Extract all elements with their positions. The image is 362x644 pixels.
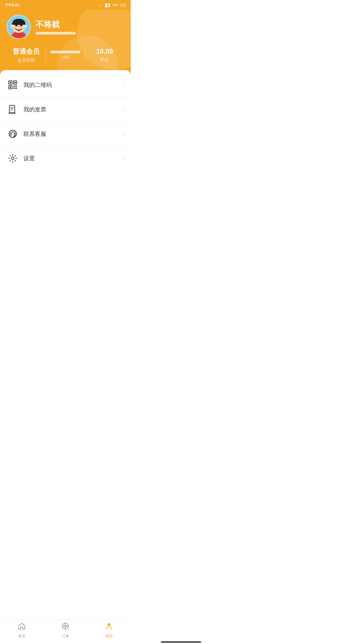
svg-rect-22 xyxy=(15,88,17,89)
svg-point-3 xyxy=(13,26,16,29)
status-icons: ⚡ ▐▌▌ WiFi [62] xyxy=(99,3,126,7)
qrcode-arrow: › xyxy=(122,82,124,88)
member-level-value: 普通会员 xyxy=(13,47,40,56)
support-label: 联系客服 xyxy=(23,130,122,138)
svg-point-4 xyxy=(21,26,24,29)
profile-header: 不将就 普通会员 会员等级 UID 10.00 积分 xyxy=(0,9,131,75)
wifi-icon: WiFi xyxy=(112,3,119,7)
status-bar: 下午5:01 ⚡ ▐▌▌ WiFi [62] xyxy=(0,0,131,9)
menu-item-support[interactable]: 联系客服 › xyxy=(0,122,131,146)
username-bar xyxy=(36,32,76,35)
points-stat: 10.00 积分 xyxy=(85,48,124,63)
bluetooth-icon: ⚡ xyxy=(99,3,103,7)
settings-icon xyxy=(7,152,19,164)
menu-item-settings[interactable]: 设置 › xyxy=(0,146,131,170)
menu-container: 我的二维码 › 我的发票 › 联系 xyxy=(0,70,131,173)
menu-item-invoice[interactable]: 我的发票 › xyxy=(0,97,131,122)
invoice-icon xyxy=(7,103,19,115)
avatar[interactable] xyxy=(7,15,31,39)
svg-point-12 xyxy=(24,24,27,28)
settings-arrow: › xyxy=(122,155,124,161)
svg-rect-18 xyxy=(10,87,11,88)
qrcode-icon xyxy=(7,79,19,91)
member-level-stat: 普通会员 会员等级 xyxy=(7,47,46,63)
svg-point-30 xyxy=(13,136,14,137)
uid-stat: UID xyxy=(46,51,85,60)
svg-point-9 xyxy=(18,26,20,28)
svg-rect-23 xyxy=(9,105,15,113)
points-label: 积分 xyxy=(100,57,109,63)
menu-item-qrcode[interactable]: 我的二维码 › xyxy=(0,73,131,97)
profile-row: 不将就 xyxy=(7,15,124,39)
status-time: 下午5:01 xyxy=(5,3,19,8)
invoice-arrow: › xyxy=(122,106,124,112)
support-arrow: › xyxy=(122,131,124,137)
svg-point-10 xyxy=(17,29,20,31)
svg-point-11 xyxy=(11,24,13,28)
points-value: 10.00 xyxy=(96,48,113,55)
support-icon xyxy=(7,128,19,140)
username: 不将就 xyxy=(36,19,76,30)
qrcode-label: 我的二维码 xyxy=(23,81,122,89)
member-level-label: 会员等级 xyxy=(17,57,35,63)
svg-rect-16 xyxy=(14,82,16,83)
battery-icon: [62] xyxy=(120,3,126,7)
uid-label: UID xyxy=(62,55,69,60)
signal-icon: ▐▌▌ xyxy=(104,3,111,7)
svg-rect-19 xyxy=(13,86,15,87)
invoice-label: 我的发票 xyxy=(23,106,122,113)
stats-row: 普通会员 会员等级 UID 10.00 积分 xyxy=(7,47,124,63)
settings-label: 设置 xyxy=(23,155,122,162)
svg-rect-14 xyxy=(10,82,11,83)
svg-rect-21 xyxy=(13,88,15,89)
profile-info: 不将就 xyxy=(36,19,76,35)
svg-point-31 xyxy=(11,157,14,160)
uid-bar xyxy=(50,51,80,53)
svg-rect-20 xyxy=(15,86,17,87)
